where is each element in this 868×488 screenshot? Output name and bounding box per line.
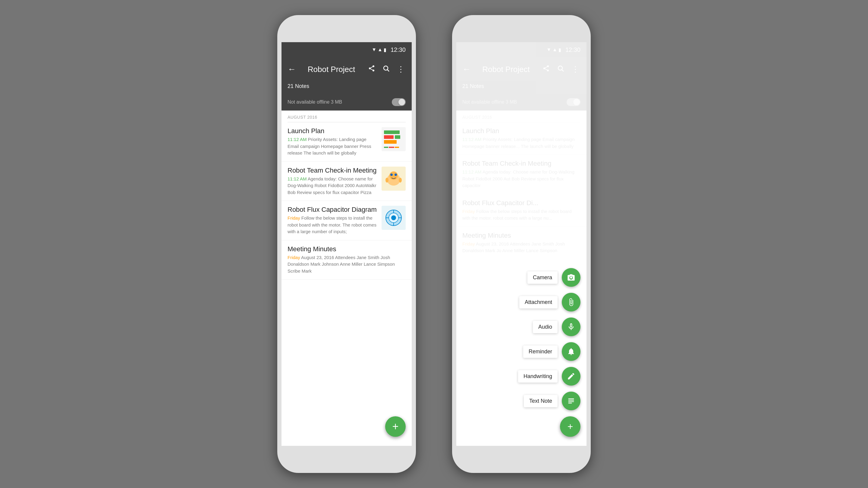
wifi-icon: ▼ (372, 47, 376, 53)
subheader-left: 21 Notes (281, 82, 412, 94)
note-time-robot-team: 11:12 AM (287, 176, 307, 181)
popup-item-reminder[interactable]: Reminder (523, 342, 581, 361)
note-thumbnail-robot-team (381, 167, 406, 191)
fab-right-icon: + (567, 421, 573, 432)
fab-left[interactable]: + (385, 416, 406, 437)
note-meta-launch-plan: 11:12 AM Priority Assets: Landing page E… (287, 136, 378, 157)
note-item-flux[interactable]: Robot Flux Capacitor Diagram Friday Foll… (281, 201, 412, 240)
offline-toggle-left[interactable] (392, 98, 406, 106)
svg-point-0 (373, 65, 374, 67)
diagram-thumb (381, 206, 406, 230)
note-content-flux: Robot Flux Capacitor Diagram Friday Foll… (287, 206, 378, 235)
svg-line-6 (388, 70, 390, 72)
signal-icon: ▲ (378, 47, 382, 53)
popup-item-handwriting[interactable]: Handwriting (518, 367, 581, 386)
toolbar-left: ← Robot Project ⋮ (281, 57, 412, 82)
note-date-flux: Friday (287, 216, 300, 221)
popup-fab-handwriting[interactable] (562, 367, 581, 386)
note-thumbnail-flux (381, 206, 406, 230)
popup-item-attachment[interactable]: Attachment (519, 293, 581, 312)
popup-fab-reminder[interactable] (562, 342, 581, 361)
more-icon-left[interactable]: ⋮ (396, 64, 406, 75)
note-meta-flux: Friday Follow the below steps to install… (287, 215, 378, 235)
share-icon-left[interactable] (367, 64, 376, 75)
note-title-meeting: Meeting Minutes (287, 245, 406, 253)
right-phone: ▼ ▲ ▮ 12:30 ← Robot Project ⋮ 21 Notes N… (452, 15, 591, 473)
note-item-meeting[interactable]: Meeting Minutes Friday August 23, 2016 A… (281, 240, 412, 280)
popup-label-handwriting: Handwriting (518, 370, 558, 383)
popup-fab-camera[interactable] (562, 268, 581, 287)
popup-label-audio: Audio (533, 321, 558, 333)
offline-bar-left: Not available offline 3 MB (281, 94, 412, 110)
svg-line-4 (371, 67, 373, 68)
back-button-left[interactable]: ← (287, 64, 296, 74)
note-thumbnail-launch-plan (381, 127, 406, 151)
chart-thumb (381, 127, 406, 151)
svg-point-9 (390, 173, 393, 176)
popup-label-reminder: Reminder (523, 346, 558, 358)
note-content-robot-team: Robot Team Check-in Meeting 11:12 AM Age… (287, 167, 378, 196)
note-content-launch-plan: Launch Plan 11:12 AM Priority Assets: La… (287, 127, 378, 157)
toggle-knob-left (398, 99, 405, 105)
search-icon-left[interactable] (381, 64, 391, 75)
left-screen: ▼ ▲ ▮ 12:30 ← Robot Project ⋮ 21 Notes N… (281, 42, 412, 446)
svg-point-2 (373, 70, 374, 71)
fab-right-main[interactable]: + (560, 416, 581, 437)
robot-thumb (381, 167, 406, 191)
note-title-launch-plan: Launch Plan (287, 127, 378, 135)
svg-point-11 (385, 178, 389, 183)
svg-point-5 (384, 66, 388, 70)
fab-icon-left: + (392, 420, 398, 433)
right-screen: ▼ ▲ ▮ 12:30 ← Robot Project ⋮ 21 Notes N… (456, 42, 587, 446)
popup-fab-audio[interactable] (562, 318, 581, 336)
popup-fab-attachment[interactable] (562, 293, 581, 312)
svg-point-15 (391, 216, 396, 220)
popup-item-audio[interactable]: Audio (533, 318, 581, 336)
battery-icon: ▮ (384, 47, 386, 53)
svg-point-12 (399, 178, 402, 183)
svg-line-3 (371, 69, 373, 70)
note-item-robot-team[interactable]: Robot Team Check-in Meeting 11:12 AM Age… (281, 162, 412, 201)
notes-count-left: 21 Notes (287, 83, 309, 89)
status-icons-left: ▼ ▲ ▮ (372, 47, 386, 53)
time-left: 12:30 (391, 46, 406, 53)
note-time-launch-plan: 11:12 AM (287, 137, 307, 142)
note-meta-meeting: Friday August 23, 2016 Attendees Jane Sm… (287, 254, 406, 275)
popup-item-text-note[interactable]: Text Note (524, 392, 581, 410)
popup-label-attachment: Attachment (519, 296, 558, 308)
note-title-flux: Robot Flux Capacitor Diagram (287, 206, 378, 214)
popup-label-camera: Camera (527, 271, 558, 284)
note-content-meeting: Meeting Minutes Friday August 23, 2016 A… (287, 245, 406, 275)
note-date-meeting: Friday (287, 255, 300, 260)
offline-text-left: Not available offline 3 MB (287, 99, 392, 105)
note-item-launch-plan[interactable]: Launch Plan 11:12 AM Priority Assets: La… (281, 122, 412, 162)
note-meta-robot-team: 11:12 AM Agenda today: Choose name for D… (287, 175, 378, 196)
popup-item-camera[interactable]: Camera (527, 268, 581, 287)
popup-fab-text-note[interactable] (562, 392, 581, 410)
section-header-left: AUGUST 2016 (281, 110, 412, 122)
notes-list-left: AUGUST 2016 Launch Plan 11:12 AM Priorit… (281, 110, 412, 446)
svg-point-10 (395, 173, 397, 176)
status-bar-left: ▼ ▲ ▮ 12:30 (281, 42, 412, 57)
left-phone: ▼ ▲ ▮ 12:30 ← Robot Project ⋮ 21 Notes N… (277, 15, 416, 473)
svg-point-1 (369, 67, 371, 69)
popup-label-text-note: Text Note (524, 395, 558, 407)
popup-main-fab-container: + (560, 416, 581, 437)
popup-menu: Camera Attachment Audio (518, 268, 587, 437)
app-title-left: Robot Project (301, 65, 362, 74)
note-title-robot-team: Robot Team Check-in Meeting (287, 167, 378, 174)
